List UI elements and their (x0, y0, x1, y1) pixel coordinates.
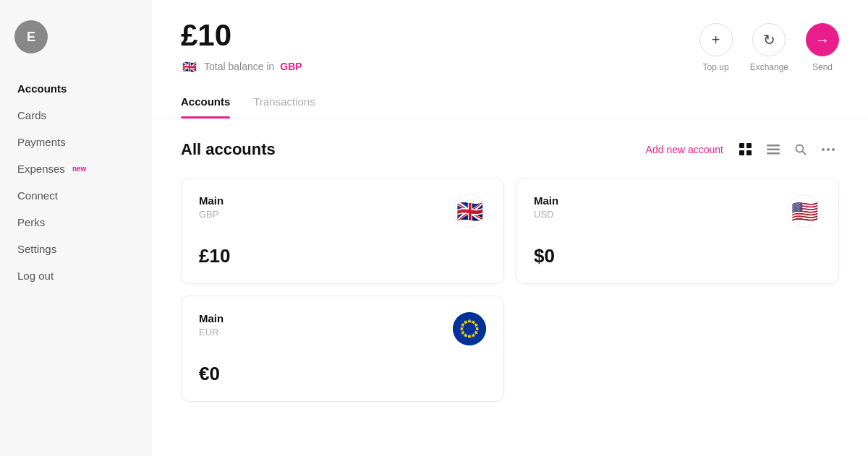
card-name-usd: Main (534, 194, 558, 207)
list-view-icon[interactable] (762, 139, 784, 160)
sidebar-item-perks[interactable]: Perks (0, 209, 152, 236)
actions-group: + Top up ↻ Exchange → Send (699, 20, 839, 72)
sidebar-item-expenses[interactable]: Expenses new (0, 155, 152, 182)
sidebar-item-cards[interactable]: Cards (0, 102, 152, 129)
account-card-gbp[interactable]: Main GBP 🇬🇧 £10 (181, 178, 504, 284)
accounts-grid: Main GBP 🇬🇧 £10 Main USD 🇺🇸 $0 (181, 178, 839, 402)
card-currency-usd: USD (534, 209, 558, 220)
sidebar-item-connect[interactable]: Connect (0, 182, 152, 209)
card-top-usd: Main USD 🇺🇸 (534, 194, 821, 228)
svg-rect-2 (739, 150, 744, 155)
balance-section: £10 🇬🇧 Total balance in GBP (181, 20, 302, 75)
card-top-gbp: Main GBP 🇬🇧 (199, 194, 486, 228)
exchange-label: Exchange (750, 62, 788, 72)
sidebar-item-payments[interactable]: Payments (0, 129, 152, 155)
balance-label-text: Total balance in (204, 61, 274, 72)
sidebar: E Accounts Cards Payments Expenses new C… (0, 0, 152, 456)
svg-point-12 (453, 312, 486, 345)
grid-view-icon[interactable] (735, 139, 757, 160)
topup-icon: + (699, 23, 733, 56)
eur-account-flag (453, 312, 486, 345)
card-name-gbp: Main (199, 194, 224, 207)
svg-rect-4 (767, 145, 780, 147)
search-icon[interactable] (790, 139, 812, 160)
send-label: Send (812, 62, 833, 72)
tabs-bar: Accounts Transactions (152, 81, 868, 119)
card-currency-eur: EUR (199, 327, 224, 337)
topup-label: Top up (703, 62, 729, 72)
accounts-section: All accounts Add new account (152, 119, 868, 456)
svg-rect-3 (746, 150, 752, 155)
sidebar-item-accounts[interactable]: Accounts (0, 75, 152, 102)
add-new-account-button[interactable]: Add new account (646, 144, 723, 155)
main-content: £10 🇬🇧 Total balance in GBP + Top up ↻ E… (152, 0, 868, 456)
sidebar-item-settings[interactable]: Settings (0, 236, 152, 262)
usd-account-flag: 🇺🇸 (788, 194, 821, 228)
more-options-icon[interactable] (817, 139, 839, 160)
currency-link[interactable]: GBP (280, 61, 302, 72)
svg-point-7 (796, 145, 804, 152)
svg-point-9 (822, 148, 825, 151)
card-amount-eur: €0 (199, 363, 486, 385)
svg-rect-1 (746, 143, 752, 148)
card-name-eur: Main (199, 312, 224, 324)
sidebar-item-logout[interactable]: Log out (0, 262, 152, 289)
avatar[interactable]: E (14, 20, 48, 53)
exchange-icon: ↻ (752, 23, 786, 56)
send-icon: → (806, 23, 839, 56)
new-badge: new (72, 165, 86, 173)
card-top-eur: Main EUR (199, 312, 486, 345)
svg-point-11 (832, 148, 835, 151)
svg-rect-6 (767, 152, 780, 155)
exchange-button[interactable]: ↻ Exchange (750, 23, 788, 72)
card-currency-gbp: GBP (199, 209, 224, 220)
accounts-header: All accounts Add new account (181, 139, 839, 160)
send-button[interactable]: → Send (806, 23, 839, 72)
view-icons-group (735, 139, 839, 160)
account-card-eur[interactable]: Main EUR (181, 296, 504, 402)
card-amount-gbp: £10 (199, 245, 486, 267)
balance-amount: £10 (181, 20, 302, 51)
tab-transactions[interactable]: Transactions (253, 95, 315, 118)
header: £10 🇬🇧 Total balance in GBP + Top up ↻ E… (152, 0, 868, 75)
card-amount-usd: $0 (534, 245, 821, 267)
tab-accounts[interactable]: Accounts (181, 95, 230, 118)
accounts-actions: Add new account (646, 139, 839, 160)
svg-point-10 (827, 148, 830, 151)
account-card-usd[interactable]: Main USD 🇺🇸 $0 (516, 178, 839, 284)
svg-line-8 (803, 152, 807, 155)
svg-rect-5 (767, 149, 780, 151)
svg-rect-0 (739, 143, 744, 148)
topup-button[interactable]: + Top up (699, 23, 733, 72)
gbp-account-flag: 🇬🇧 (453, 194, 486, 228)
gbp-flag-icon: 🇬🇧 (181, 58, 198, 75)
balance-label: 🇬🇧 Total balance in GBP (181, 58, 302, 75)
accounts-title: All accounts (181, 140, 276, 159)
